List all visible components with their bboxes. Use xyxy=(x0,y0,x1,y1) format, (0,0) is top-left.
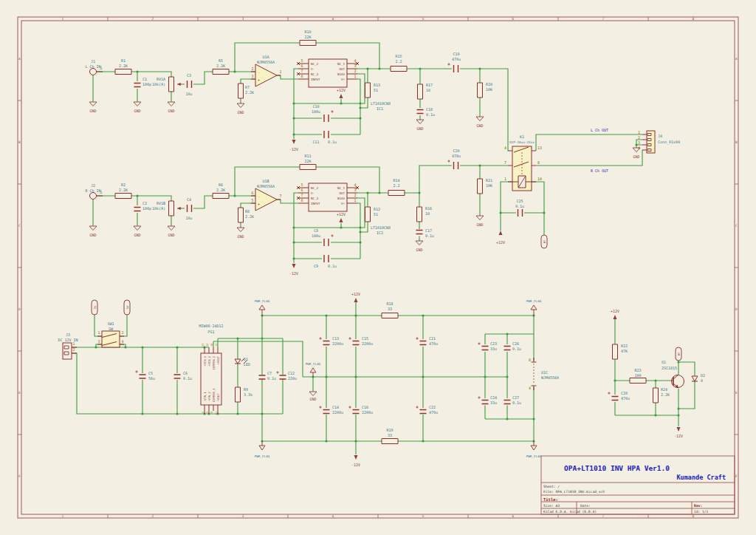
label-LT1010CN8: LT1010CN8 xyxy=(371,225,391,230)
label-C20: C20 xyxy=(453,149,459,153)
label-C1: C1 xyxy=(142,77,147,81)
label-NJM4556A: NJM4556A xyxy=(257,184,275,188)
label-51: 51 xyxy=(374,88,378,92)
label-J4: J4 xyxy=(658,134,662,138)
label-0_1u: 0.1u xyxy=(328,140,337,144)
label-OUT: OUT xyxy=(339,67,345,71)
border-ref-7-817x27: 7 xyxy=(602,17,605,21)
label-+12V: +12V xyxy=(337,212,346,217)
label-R22: R22 xyxy=(621,344,628,348)
label-4: 4 xyxy=(638,146,640,150)
label-PWR_FLAG: PWR_FLAG xyxy=(526,299,542,304)
label-NJM4556A: NJM4556A xyxy=(257,60,275,64)
label-C19: C19 xyxy=(453,52,459,56)
border-ref-4-451x700: 4 xyxy=(332,514,334,518)
label--VIN_2: -VIN_2 xyxy=(207,392,211,402)
label-51: 51 xyxy=(374,212,378,217)
label-8: 8 xyxy=(529,358,531,362)
label-33: 33 xyxy=(388,433,392,437)
label-R2: R2 xyxy=(121,183,126,187)
label-NC_2: NC_2 xyxy=(311,62,319,66)
label-100: 100 xyxy=(634,373,641,378)
label-1: 1 xyxy=(504,177,506,181)
pwr-flags xyxy=(259,305,537,450)
label-10u: 10u xyxy=(185,92,192,96)
label--: - xyxy=(258,70,260,75)
label-C13: C13 xyxy=(332,336,339,341)
label-SW: SW xyxy=(126,305,129,309)
label-R20: R20 xyxy=(486,82,492,86)
net-tags xyxy=(92,235,681,361)
company-name: Kumande Craft xyxy=(676,474,726,481)
label-NC_3: NC_3 xyxy=(311,197,319,200)
label-2200u: 2200u xyxy=(332,341,343,346)
label-NJM4556A: NJM4556A xyxy=(541,375,559,380)
border-ref-A-27x81: A xyxy=(18,57,21,61)
label-C3: C3 xyxy=(187,73,191,78)
label-R14: R14 xyxy=(393,178,399,183)
label-BIAS: BIAS xyxy=(337,197,346,200)
label-1: 1 xyxy=(354,74,356,78)
label-+: + xyxy=(258,202,260,206)
label-R18: R18 xyxy=(386,301,393,306)
label-2SC1815: 2SC1815 xyxy=(662,366,677,370)
label-470u: 470u xyxy=(429,341,438,346)
border-ref-A-998x81: A xyxy=(735,57,738,61)
label-Q1: Q1 xyxy=(662,360,666,364)
label-22: 22 xyxy=(206,344,209,347)
label-0_1u: 0.1u xyxy=(512,401,521,405)
component-bodies xyxy=(63,59,655,405)
label-IC2: IC2 xyxy=(377,231,383,235)
label-R17: R17 xyxy=(426,83,433,87)
label-R1: R1 xyxy=(121,58,126,63)
label-V+: V+ xyxy=(341,78,346,81)
label-C16: C16 xyxy=(362,405,368,409)
label-4: 4 xyxy=(529,386,531,390)
label-RY: RY xyxy=(543,239,546,243)
label-3: 3 xyxy=(354,64,356,68)
label-NC_1: NC_1 xyxy=(337,186,346,190)
label-1: 1 xyxy=(638,130,640,134)
label-13: 13 xyxy=(537,146,542,150)
power-symbols xyxy=(89,94,681,460)
jack-J1 xyxy=(90,69,97,75)
label-V-: V- xyxy=(311,191,315,195)
label-10u: 10u xyxy=(185,216,192,220)
rev-label: Rev: xyxy=(694,504,703,508)
label-0_1u: 0.1u xyxy=(425,234,434,238)
label-4: 4 xyxy=(504,146,506,150)
label-47K: 47K xyxy=(621,349,628,353)
junction-dots xyxy=(96,69,678,441)
label-PS1: PS1 xyxy=(207,330,214,334)
border-ref-E-27x533: E xyxy=(18,391,21,395)
label-R21: R21 xyxy=(486,178,492,183)
label-L_Ch_IN: L Ch IN xyxy=(85,64,100,69)
label-22K: 22K xyxy=(304,35,311,39)
label-C2: C2 xyxy=(142,201,147,205)
title-label: Title: xyxy=(543,497,558,502)
border-ref-E-998x533: E xyxy=(735,391,738,395)
label-U1A: U1A xyxy=(262,55,269,59)
jack-J2 xyxy=(90,193,97,200)
label-2200u: 2200u xyxy=(332,410,343,415)
label-3: 3 xyxy=(97,339,100,344)
label-+: + xyxy=(258,78,260,82)
border-ref-2-207x700: 2 xyxy=(152,514,154,518)
label-1: 1 xyxy=(100,66,102,70)
label-0: 0 xyxy=(701,378,703,383)
label-0_1u: 0.1u xyxy=(328,264,337,268)
label-C9: C9 xyxy=(314,264,318,268)
border-ref-D-998x420: D xyxy=(735,307,738,311)
label-2: 2 xyxy=(121,330,123,335)
border-ref-2-207x27: 2 xyxy=(152,17,154,21)
label-SW: SW xyxy=(93,305,97,309)
border-ref-F-998x646: F xyxy=(735,474,738,478)
label-GND: GND xyxy=(416,126,423,131)
label-NC_2: NC_2 xyxy=(311,186,319,190)
label-6: 6 xyxy=(251,191,253,195)
label-C25: C25 xyxy=(516,199,523,203)
label-+VIN_2: +VIN_2 xyxy=(207,356,211,367)
id-label: Id: 1/1 xyxy=(694,510,709,514)
label-PWR_FLAG: PWR_FLAG xyxy=(255,299,270,304)
label-33u: 33u xyxy=(490,347,497,351)
